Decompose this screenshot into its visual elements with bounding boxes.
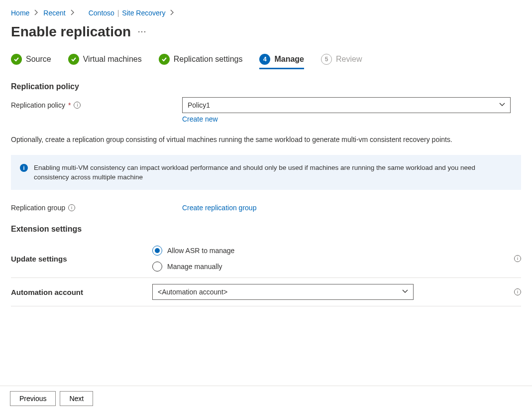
- update-settings-label: Update settings: [11, 255, 152, 263]
- create-replication-group-link[interactable]: Create replication group: [182, 204, 256, 212]
- replication-policy-select[interactable]: Policy1: [182, 97, 511, 113]
- automation-account-row: Automation account <Automation account> …: [11, 278, 521, 306]
- select-value: Policy1: [188, 101, 210, 109]
- chevron-right-icon: [169, 9, 175, 17]
- page-title-text: Enable replication: [11, 24, 131, 40]
- callout-text: Enabling multi-VM consistency can impact…: [34, 163, 512, 182]
- required-indicator: *: [68, 101, 71, 109]
- breadcrumb: Home Recent Contoso | Site Recovery: [11, 9, 521, 17]
- chevron-down-icon: [402, 288, 408, 296]
- replication-group-description: Optionally, create a replication group c…: [11, 134, 514, 145]
- wizard-steps: Source Virtual machines Replication sett…: [11, 54, 521, 69]
- check-icon: [159, 54, 170, 65]
- step-number-icon: 4: [259, 54, 270, 65]
- automation-account-label: Automation account: [11, 288, 152, 296]
- breadcrumb-recent[interactable]: Recent: [43, 9, 65, 17]
- radio-manage-manually[interactable]: Manage manually: [152, 262, 506, 272]
- step-number-icon: 5: [321, 54, 332, 65]
- more-actions-button[interactable]: ···: [138, 28, 147, 36]
- update-settings-radio-group: Allow ASR to manage Manage manually: [152, 246, 506, 272]
- info-icon[interactable]: i: [514, 288, 521, 295]
- step-label: Review: [336, 55, 362, 64]
- step-label: Virtual machines: [83, 55, 142, 64]
- info-icon[interactable]: i: [514, 255, 521, 262]
- radio-icon: [152, 262, 162, 272]
- breadcrumb-resource[interactable]: Contoso: [89, 9, 114, 17]
- radio-icon: [152, 246, 162, 256]
- radio-label: Manage manually: [167, 263, 222, 271]
- select-value: <Automation account>: [158, 288, 227, 296]
- breadcrumb-blade[interactable]: Site Recovery: [122, 9, 165, 17]
- step-label: Manage: [274, 55, 304, 64]
- step-replication-settings[interactable]: Replication settings: [159, 54, 243, 69]
- wizard-footer: Previous Next: [0, 386, 532, 411]
- separator-icon: |: [117, 9, 119, 17]
- next-button[interactable]: Next: [60, 391, 93, 406]
- info-icon: i: [20, 164, 28, 172]
- replication-group-label: Replication group: [11, 204, 65, 212]
- radio-allow-asr[interactable]: Allow ASR to manage: [152, 246, 506, 256]
- check-icon: [68, 54, 79, 65]
- page-title: Enable replication ···: [11, 24, 521, 40]
- create-new-link[interactable]: Create new: [182, 115, 218, 123]
- step-label: Source: [26, 55, 51, 64]
- step-review[interactable]: 5 Review: [321, 54, 362, 69]
- section-extension-settings: Extension settings: [11, 225, 521, 234]
- breadcrumb-home[interactable]: Home: [11, 9, 29, 17]
- chevron-right-icon: [33, 9, 39, 17]
- step-label: Replication settings: [174, 55, 243, 64]
- replication-policy-label: Replication policy: [11, 101, 65, 109]
- multi-vm-callout: i Enabling multi-VM consistency can impa…: [11, 155, 521, 190]
- section-replication-policy: Replication policy: [11, 82, 521, 91]
- update-settings-row: Update settings Allow ASR to manage Mana…: [11, 240, 521, 278]
- chevron-down-icon: [499, 101, 505, 109]
- info-icon[interactable]: i: [68, 204, 75, 211]
- step-virtual-machines[interactable]: Virtual machines: [68, 54, 142, 69]
- check-icon: [11, 54, 22, 65]
- chevron-right-icon: [70, 9, 76, 17]
- automation-account-select[interactable]: <Automation account>: [152, 284, 414, 300]
- step-source[interactable]: Source: [11, 54, 51, 69]
- info-icon[interactable]: i: [74, 102, 81, 109]
- step-manage[interactable]: 4 Manage: [259, 54, 304, 69]
- radio-label: Allow ASR to manage: [167, 247, 234, 255]
- previous-button[interactable]: Previous: [10, 391, 56, 406]
